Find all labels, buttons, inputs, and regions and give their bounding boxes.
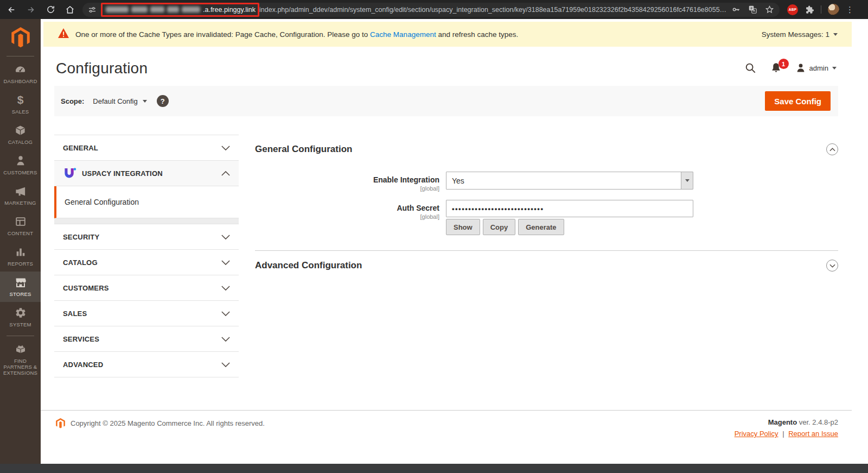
sidebar-item-dashboard[interactable]: DASHBOARD <box>0 59 41 89</box>
url-bar[interactable]: .a.free.pinggy.link index.php/admin_ddev… <box>82 3 780 17</box>
redacted-text <box>131 7 148 12</box>
sidebar-item-system[interactable]: SYSTEM <box>0 302 41 332</box>
back-icon[interactable] <box>5 4 17 16</box>
redaction-box: .a.free.pinggy.link <box>101 3 259 17</box>
nav-group-gap <box>54 218 239 224</box>
magento-footer-logo <box>56 418 65 428</box>
uspacy-logo-icon <box>63 167 76 180</box>
home-icon[interactable] <box>64 4 76 16</box>
nav-section-catalog[interactable]: CATALOG <box>54 250 239 275</box>
admin-footer: Copyright © 2025 Magento Commerce Inc. A… <box>41 410 852 438</box>
chevron-down-icon <box>221 360 230 369</box>
site-info-icon[interactable] <box>88 5 97 14</box>
sidebar-item-find-partners[interactable]: FIND PARTNERS & EXTENSIONS <box>0 338 41 381</box>
report-issue-link[interactable]: Report an Issue <box>788 430 838 438</box>
chevron-down-icon <box>221 257 230 267</box>
page-header: Configuration 1 admin <box>41 47 852 85</box>
marketing-icon <box>14 185 27 198</box>
nav-section-customers[interactable]: CUSTOMERS <box>54 275 239 301</box>
nav-section-general[interactable]: GENERAL <box>54 135 239 161</box>
general-configuration-section: General Configuration <box>255 135 838 155</box>
password-key-icon[interactable] <box>731 5 741 14</box>
sidebar-item-sales[interactable]: $ SALES <box>0 89 41 119</box>
nav-section-services[interactable]: SERVICES <box>54 326 239 352</box>
chevron-down-icon <box>221 308 230 318</box>
toolbar-separator <box>821 5 821 14</box>
expand-section-icon[interactable] <box>826 260 838 272</box>
window-bottom-edge <box>0 464 868 473</box>
copyright-text: Copyright © 2025 Magento Commerce Inc. A… <box>71 419 265 427</box>
sidebar-item-customers[interactable]: CUSTOMERS <box>0 150 41 180</box>
adblock-extension-icon[interactable]: ABP <box>787 4 798 15</box>
sidebar-item-catalog[interactable]: CATALOG <box>0 119 41 150</box>
translate-icon[interactable] <box>748 5 757 14</box>
sidebar-item-reports[interactable]: REPORTS <box>0 241 41 272</box>
select-dropdown-arrow <box>681 172 693 189</box>
content-icon <box>15 215 27 228</box>
system-messages-toggle[interactable]: System Messages: 1 <box>762 30 838 39</box>
section-title: Advanced Configuration <box>255 260 362 271</box>
advanced-configuration-section: Advanced Configuration <box>255 251 838 272</box>
chevron-down-icon <box>221 334 230 344</box>
system-gear-icon <box>15 306 27 319</box>
collapse-section-icon[interactable] <box>826 143 838 155</box>
admin-search-icon[interactable] <box>744 62 756 74</box>
user-icon <box>796 63 806 73</box>
page-actions-bar: Scope: Default Config ? Save Config <box>54 86 838 116</box>
privacy-policy-link[interactable]: Privacy Policy <box>735 430 778 438</box>
forward-icon[interactable] <box>25 4 37 16</box>
nav-section-advanced[interactable]: ADVANCED <box>54 352 239 377</box>
sidebar-item-content[interactable]: CONTENT <box>0 211 41 241</box>
url-domain: .a.free.pinggy.link <box>203 6 256 14</box>
config-content: General Configuration Enable Integration… <box>255 135 838 272</box>
save-config-button[interactable]: Save Config <box>765 91 831 111</box>
scope-help-icon[interactable]: ? <box>157 95 169 107</box>
warning-icon <box>58 28 69 41</box>
version-text: Magento ver. 2.4.8-p2 <box>735 418 838 426</box>
sidebar-item-stores[interactable]: STORES <box>0 272 41 302</box>
scope-tag: [global] <box>255 213 439 220</box>
chevron-down-icon <box>221 143 230 153</box>
scope-selector[interactable]: Default Config <box>93 97 146 105</box>
link-separator: | <box>782 430 784 438</box>
generate-button[interactable]: Generate <box>518 219 564 235</box>
chevron-down-icon <box>143 100 147 103</box>
chevron-down-icon <box>832 67 837 70</box>
nav-section-security[interactable]: SECURITY <box>54 224 239 250</box>
show-button[interactable]: Show <box>446 219 480 235</box>
chevron-down-icon <box>221 283 230 293</box>
auth-secret-input[interactable]: •••••••••••••••••••••••••••• <box>446 200 693 217</box>
reports-icon <box>15 245 27 258</box>
magento-logo[interactable] <box>0 19 41 56</box>
admin-username: admin <box>809 64 828 72</box>
redacted-text <box>150 7 164 12</box>
nav-section-sales[interactable]: SALES <box>54 301 239 326</box>
browser-menu-icon[interactable]: ⋮ <box>846 5 854 14</box>
nav-section-uspacy-integration[interactable]: USPACY INTEGRATION <box>54 161 239 186</box>
notifications-bell-icon[interactable]: 1 <box>770 62 782 74</box>
system-messages-banner: One or more of the Cache Types are inval… <box>43 22 852 47</box>
page-title: Configuration <box>56 60 148 77</box>
scope-tag: [global] <box>255 185 439 192</box>
reload-icon[interactable] <box>44 4 56 16</box>
nav-item-general-configuration[interactable]: General Configuration <box>54 186 239 218</box>
enable-integration-label: Enable Integration [global] <box>255 172 439 192</box>
admin-page: DASHBOARD $ SALES CATALOG CUSTOMERS MARK… <box>0 19 868 464</box>
copy-button[interactable]: Copy <box>483 219 516 235</box>
sidebar-divider <box>7 336 34 336</box>
sidebar-divider <box>7 56 34 56</box>
config-section-nav: GENERAL USPACY INTEGRATION General Confi… <box>54 135 239 377</box>
sales-icon: $ <box>17 93 24 106</box>
redacted-text <box>167 7 179 12</box>
cache-management-link[interactable]: Cache Management <box>370 30 436 39</box>
extensions-puzzle-icon[interactable] <box>805 5 814 15</box>
sidebar-item-marketing[interactable]: MARKETING <box>0 180 41 211</box>
enable-integration-select[interactable]: Yes <box>446 172 693 190</box>
customers-icon <box>15 154 27 167</box>
admin-user-menu[interactable]: admin <box>796 63 837 73</box>
bookmark-star-icon[interactable] <box>765 5 774 14</box>
chevron-down-icon <box>833 33 838 36</box>
auth-secret-label: Auth Secret [global] <box>255 200 439 235</box>
general-configuration-form: Enable Integration [global] Yes Au <box>255 172 838 235</box>
browser-profile-avatar[interactable] <box>828 4 839 15</box>
